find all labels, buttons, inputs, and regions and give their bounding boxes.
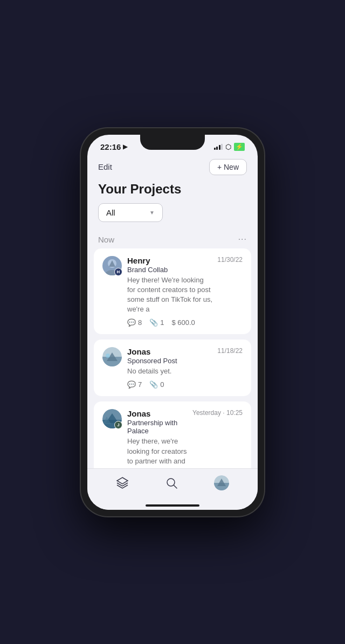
filter-row: All ▼ (87, 203, 258, 231)
card-henry-info: Henry Brand Collab Hey there! We're look… (127, 256, 213, 315)
page-title: Your Projects (87, 179, 258, 203)
jonas-partnership-name: Jonas (127, 409, 188, 418)
card-jonas-partnership-info: Jonas Partnership with Palace Hey there,… (127, 409, 188, 468)
filter-selected: All (106, 208, 115, 217)
comment-icon-2: 💬 (127, 380, 136, 389)
nav-item-search[interactable] (165, 476, 178, 489)
profile-icon (214, 475, 229, 490)
card-jonas-sponsored-info: Jonas Sponsored Post No details yet. (127, 347, 213, 376)
card-jonas-partnership-header: J Jonas Partnership with Palace Hey ther… (102, 409, 243, 468)
jonas-sponsored-name: Jonas (127, 347, 213, 356)
phone-shell: 22:16 ▶ ⬡ ⚡ Edit + New You (81, 128, 264, 516)
status-icons: ⬡ ⚡ (214, 143, 245, 151)
card-jonas-sponsored[interactable]: Jonas Sponsored Post No details yet. 11/… (94, 340, 251, 396)
nav-item-layers[interactable] (116, 476, 129, 489)
jonas-sponsored-comments-stat: 💬 7 (127, 380, 142, 389)
svg-line-18 (174, 485, 177, 488)
section-now-title: Now (98, 235, 114, 244)
layers-icon (116, 476, 129, 489)
card-henry-brand[interactable]: H Henry Brand Collab Hey there! We're lo… (94, 248, 251, 335)
henry-comment-count: 8 (138, 318, 142, 327)
henry-subtitle: Brand Collab (127, 266, 213, 274)
notch (140, 135, 205, 150)
card-jonas-partnership-left: J Jonas Partnership with Palace Hey ther… (102, 409, 188, 468)
nav-item-profile[interactable] (214, 475, 229, 490)
jonas-sponsored-attachments-stat: 📎 0 (149, 380, 164, 389)
henry-badge: H (114, 268, 122, 276)
edit-button[interactable]: Edit (98, 162, 112, 171)
jonas-partnership-description: Hey there, we're looking for creators to… (127, 437, 188, 468)
dropdown-arrow-icon: ▼ (149, 210, 155, 216)
henry-attachments-stat: 📎 1 (149, 318, 164, 327)
avatar-jonas-sponsored (102, 347, 122, 366)
attachment-icon-2: 📎 (149, 380, 158, 389)
main-content: Edit + New Your Projects All ▼ Now ··· (87, 155, 258, 468)
jonas-partnership-subtitle: Partnership with Palace (127, 419, 188, 435)
jonas-sponsored-attachment-count: 0 (160, 380, 164, 389)
henry-footer: 💬 8 📎 1 $ 600.0 (102, 318, 243, 327)
card-henry-header: H Henry Brand Collab Hey there! We're lo… (102, 256, 243, 315)
jonas-sponsored-date: 11/18/22 (217, 347, 243, 355)
henry-description: Hey there! We're looking for content cre… (127, 275, 213, 315)
svg-point-7 (106, 354, 110, 358)
attachment-icon: 📎 (149, 318, 158, 327)
comment-icon: 💬 (127, 318, 136, 327)
card-jonas-partnership[interactable]: J Jonas Partnership with Palace Hey ther… (94, 401, 251, 468)
card-henry-left: H Henry Brand Collab Hey there! We're lo… (102, 256, 213, 315)
phone-screen: 22:16 ▶ ⬡ ⚡ Edit + New You (87, 135, 258, 510)
section-now-more-icon[interactable]: ··· (238, 235, 247, 244)
new-button[interactable]: + New (209, 159, 247, 175)
henry-attachment-count: 1 (160, 318, 164, 327)
jonas-sponsored-description: No details yet. (127, 366, 213, 376)
avatar-jonas-partnership: J (102, 409, 122, 428)
jonas-sponsored-comment-count: 7 (138, 380, 142, 389)
page-header: Edit + New (87, 155, 258, 179)
jonas-sponsored-subtitle: Sponsored Post (127, 357, 213, 365)
battery-icon: ⚡ (234, 143, 245, 151)
wifi-icon: ⬡ (225, 143, 231, 151)
home-bar (146, 504, 199, 507)
jonas-partnership-badge: J (114, 421, 122, 429)
location-icon: ▶ (123, 143, 127, 150)
section-now: Now ··· (87, 231, 258, 468)
henry-name: Henry (127, 256, 213, 265)
avatar-henry: H (102, 256, 122, 275)
svg-marker-16 (117, 477, 128, 484)
section-now-header: Now ··· (87, 231, 258, 248)
signal-bars-icon (214, 143, 223, 150)
search-icon (165, 476, 178, 489)
time-display: 22:16 (100, 142, 121, 151)
home-bar-container (87, 501, 258, 510)
bottom-nav (87, 468, 258, 501)
henry-price: $ 600.0 (171, 318, 195, 327)
henry-comments-stat: 💬 8 (127, 318, 142, 327)
jonas-sponsored-footer: 💬 7 📎 0 (102, 380, 243, 389)
status-time: 22:16 ▶ (100, 142, 127, 151)
card-jonas-sponsored-header: Jonas Sponsored Post No details yet. 11/… (102, 347, 243, 376)
filter-dropdown[interactable]: All ▼ (98, 203, 163, 222)
jonas-partnership-date: Yesterday · 10:25 (192, 409, 243, 417)
card-jonas-sponsored-left: Jonas Sponsored Post No details yet. (102, 347, 213, 376)
henry-date: 11/30/22 (217, 256, 243, 264)
svg-point-17 (167, 479, 175, 486)
